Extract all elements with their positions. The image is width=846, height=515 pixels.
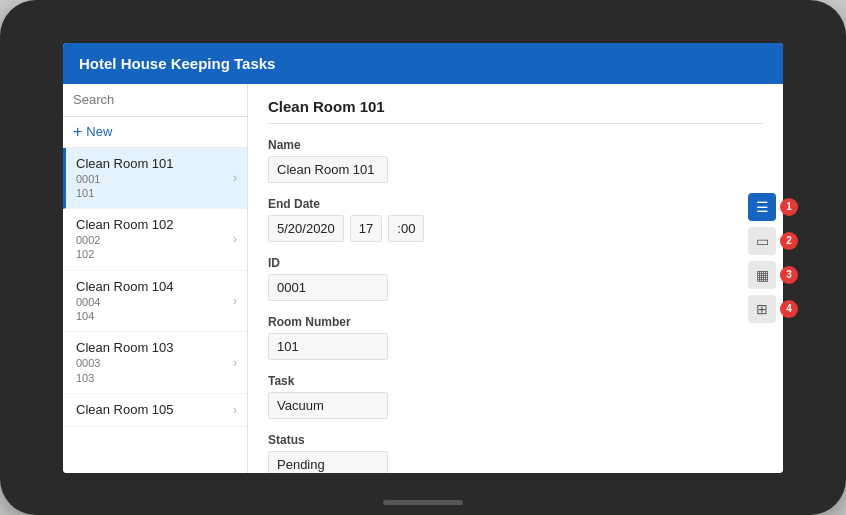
list-item-title: Clean Room 105 [76,402,233,417]
list-container[interactable]: Clean Room 101 0001 101 › Clean Room 102… [63,148,247,473]
list-item[interactable]: Clean Room 103 0003 103 › [63,332,247,394]
field-roomnumber-group: Room Number 101 [268,315,763,360]
icon-button-3[interactable]: ▦ [748,261,776,289]
icon-badge-item-1: ☰ 1 [748,193,798,221]
field-task-value: Vacuum [268,392,388,419]
field-roomnumber-value: 101 [268,333,388,360]
list-item-content: Clean Room 102 0002 102 [76,217,233,262]
chevron-right-icon: › [233,294,237,308]
icon-button-1[interactable]: ☰ [748,193,776,221]
field-name-group: Name Clean Room 101 [268,138,763,183]
field-name-value: Clean Room 101 [268,156,388,183]
field-task-group: Task Vacuum [268,374,763,419]
list-item-title: Clean Room 101 [76,156,233,171]
date-value[interactable]: 5/20/2020 [268,215,344,242]
list-item[interactable]: Clean Room 102 0002 102 › [63,209,247,271]
field-task-label: Task [268,374,763,388]
icon-badge-item-4: ⊞ 4 [748,295,798,323]
icon-badge-item-3: ▦ 3 [748,261,798,289]
field-id-value: 0001 [268,274,388,301]
search-bar: ↻ [63,84,247,117]
list-item-sub2: 104 [76,309,233,323]
chevron-right-icon: › [233,356,237,370]
list-item-sub2: 103 [76,371,233,385]
list-item-content: Clean Room 104 0004 104 [76,279,233,324]
field-enddate-group: End Date 5/20/2020 17 :00 [268,197,763,242]
date-row: 5/20/2020 17 :00 [268,215,763,242]
list-item[interactable]: Clean Room 105 › [63,394,247,427]
list-item-sub2: 102 [76,247,233,261]
icon-button-2[interactable]: ▭ [748,227,776,255]
list-item-sub1: 0004 [76,295,233,309]
app-body: ↻ + New Clean Room 101 0001 101 › [63,84,783,473]
list-item-sub1: 0003 [76,356,233,370]
app-header: Hotel House Keeping Tasks [63,43,783,84]
field-roomnumber-label: Room Number [268,315,763,329]
field-status-label: Status [268,433,763,447]
list-item[interactable]: Clean Room 104 0004 104 › [63,271,247,333]
list-item-title: Clean Room 104 [76,279,233,294]
field-name-label: Name [268,138,763,152]
search-input[interactable] [73,92,241,107]
badge-3: 3 [780,266,798,284]
list-item-content: Clean Room 101 0001 101 [76,156,233,201]
detail-title: Clean Room 101 [268,98,763,124]
hour-value[interactable]: 17 [350,215,382,242]
minute-value[interactable]: :00 [388,215,424,242]
field-enddate-label: End Date [268,197,763,211]
tablet-frame: Hotel House Keeping Tasks ↻ + New [0,0,846,515]
field-status-value: Pending [268,451,388,473]
sidebar: ↻ + New Clean Room 101 0001 101 › [63,84,248,473]
chevron-right-icon: › [233,171,237,185]
field-id-label: ID [268,256,763,270]
badge-1: 1 [780,198,798,216]
new-button-label: New [86,124,112,139]
badge-2: 2 [780,232,798,250]
icon-badge-item-2: ▭ 2 [748,227,798,255]
chevron-right-icon: › [233,232,237,246]
field-status-group: Status Pending [268,433,763,473]
list-item-title: Clean Room 102 [76,217,233,232]
badge-4: 4 [780,300,798,318]
list-item-content: Clean Room 105 [76,402,233,418]
list-item-sub2: 101 [76,186,233,200]
list-item-sub1: 0002 [76,233,233,247]
app-title: Hotel House Keeping Tasks [79,55,275,72]
list-item-title: Clean Room 103 [76,340,233,355]
home-bar [383,500,463,505]
chevron-right-icon: › [233,403,237,417]
new-button[interactable]: + New [63,117,247,148]
field-id-group: ID 0001 [268,256,763,301]
list-item[interactable]: Clean Room 101 0001 101 › [63,148,247,210]
list-item-content: Clean Room 103 0003 103 [76,340,233,385]
detail-panel: Clean Room 101 Name Clean Room 101 End D… [248,84,783,473]
tablet-screen: Hotel House Keeping Tasks ↻ + New [63,43,783,473]
plus-icon: + [73,123,82,141]
list-item-sub1: 0001 [76,172,233,186]
right-icons-panel: ☰ 1 ▭ 2 ▦ 3 ⊞ 4 [748,193,798,323]
icon-button-4[interactable]: ⊞ [748,295,776,323]
